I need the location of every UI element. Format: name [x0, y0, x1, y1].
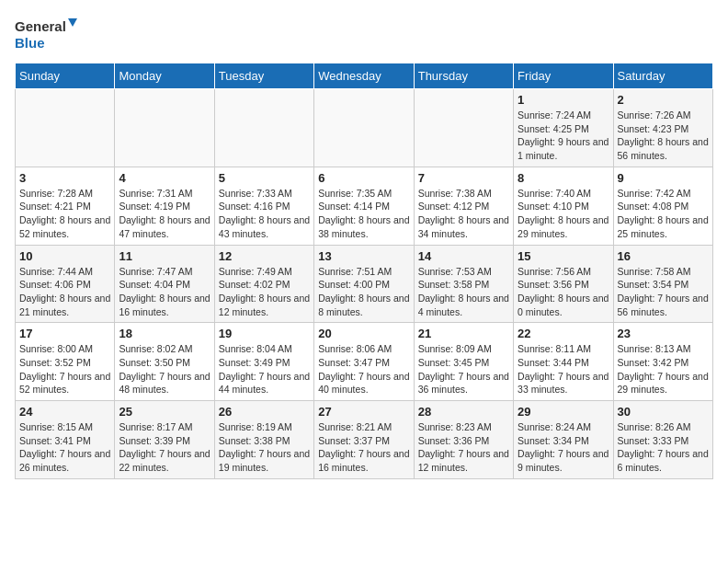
weekday-header-thursday: Thursday: [414, 63, 513, 89]
calendar-cell: 18Sunrise: 8:02 AM Sunset: 3:50 PM Dayli…: [115, 323, 214, 401]
day-info: Sunrise: 8:11 AM Sunset: 3:44 PM Dayligh…: [518, 342, 609, 396]
day-number: 30: [618, 405, 709, 419]
calendar-cell: 25Sunrise: 8:17 AM Sunset: 3:39 PM Dayli…: [115, 401, 214, 479]
day-number: 28: [418, 405, 509, 419]
week-row-3: 10Sunrise: 7:44 AM Sunset: 4:06 PM Dayli…: [16, 245, 713, 323]
day-info: Sunrise: 8:13 AM Sunset: 3:42 PM Dayligh…: [618, 342, 709, 396]
calendar-cell: 23Sunrise: 8:13 AM Sunset: 3:42 PM Dayli…: [613, 323, 712, 401]
day-info: Sunrise: 8:21 AM Sunset: 3:37 PM Dayligh…: [318, 420, 409, 475]
day-number: 20: [318, 327, 409, 340]
calendar-cell: 3Sunrise: 7:28 AM Sunset: 4:21 PM Daylig…: [16, 167, 115, 245]
calendar-cell: 19Sunrise: 8:04 AM Sunset: 3:49 PM Dayli…: [214, 323, 313, 401]
day-info: Sunrise: 7:58 AM Sunset: 3:54 PM Dayligh…: [618, 265, 709, 319]
day-number: 9: [618, 171, 709, 185]
day-number: 22: [518, 327, 609, 340]
calendar-cell: 8Sunrise: 7:40 AM Sunset: 4:10 PM Daylig…: [514, 167, 613, 245]
calendar-cell: 12Sunrise: 7:49 AM Sunset: 4:02 PM Dayli…: [214, 245, 313, 323]
calendar-cell: [314, 89, 414, 167]
day-info: Sunrise: 8:15 AM Sunset: 3:41 PM Dayligh…: [19, 420, 110, 475]
day-info: Sunrise: 8:24 AM Sunset: 3:34 PM Dayligh…: [518, 420, 609, 475]
day-number: 12: [219, 249, 310, 263]
weekday-header-row: SundayMondayTuesdayWednesdayThursdayFrid…: [16, 63, 713, 89]
calendar-cell: 2Sunrise: 7:26 AM Sunset: 4:23 PM Daylig…: [613, 89, 712, 167]
calendar-cell: 11Sunrise: 7:47 AM Sunset: 4:04 PM Dayli…: [115, 245, 214, 323]
day-info: Sunrise: 7:49 AM Sunset: 4:02 PM Dayligh…: [219, 265, 310, 319]
day-info: Sunrise: 7:28 AM Sunset: 4:21 PM Dayligh…: [19, 187, 110, 241]
day-number: 29: [518, 405, 609, 419]
day-number: 2: [618, 93, 709, 107]
day-number: 15: [518, 249, 609, 263]
day-info: Sunrise: 8:26 AM Sunset: 3:33 PM Dayligh…: [618, 420, 709, 475]
logo-svg: General Blue: [15, 15, 79, 55]
calendar-cell: 7Sunrise: 7:38 AM Sunset: 4:12 PM Daylig…: [414, 167, 513, 245]
day-info: Sunrise: 7:44 AM Sunset: 4:06 PM Dayligh…: [19, 265, 110, 319]
calendar-cell: 14Sunrise: 7:53 AM Sunset: 3:58 PM Dayli…: [414, 245, 513, 323]
calendar-cell: 26Sunrise: 8:19 AM Sunset: 3:38 PM Dayli…: [214, 401, 313, 479]
day-info: Sunrise: 7:40 AM Sunset: 4:10 PM Dayligh…: [518, 187, 609, 241]
calendar-cell: [16, 89, 115, 167]
day-number: 7: [418, 171, 509, 185]
day-number: 17: [19, 327, 110, 340]
calendar-cell: 13Sunrise: 7:51 AM Sunset: 4:00 PM Dayli…: [314, 245, 414, 323]
calendar-table: SundayMondayTuesdayWednesdayThursdayFrid…: [15, 63, 713, 479]
week-row-1: 1Sunrise: 7:24 AM Sunset: 4:25 PM Daylig…: [16, 89, 713, 167]
calendar-cell: [115, 89, 214, 167]
day-info: Sunrise: 7:38 AM Sunset: 4:12 PM Dayligh…: [418, 187, 509, 241]
day-info: Sunrise: 8:17 AM Sunset: 3:39 PM Dayligh…: [119, 420, 210, 475]
calendar-cell: 30Sunrise: 8:26 AM Sunset: 3:33 PM Dayli…: [613, 401, 712, 479]
calendar-cell: 10Sunrise: 7:44 AM Sunset: 4:06 PM Dayli…: [16, 245, 115, 323]
day-number: 26: [219, 405, 310, 419]
day-info: Sunrise: 8:19 AM Sunset: 3:38 PM Dayligh…: [219, 420, 310, 475]
calendar-cell: 21Sunrise: 8:09 AM Sunset: 3:45 PM Dayli…: [414, 323, 513, 401]
page-header: General Blue: [15, 15, 713, 55]
day-number: 16: [618, 249, 709, 263]
week-row-4: 17Sunrise: 8:00 AM Sunset: 3:52 PM Dayli…: [16, 323, 713, 401]
day-number: 19: [219, 327, 310, 340]
day-info: Sunrise: 7:47 AM Sunset: 4:04 PM Dayligh…: [119, 265, 210, 319]
day-info: Sunrise: 8:02 AM Sunset: 3:50 PM Dayligh…: [119, 342, 210, 396]
day-number: 18: [119, 327, 210, 340]
day-number: 1: [518, 93, 609, 107]
day-info: Sunrise: 8:00 AM Sunset: 3:52 PM Dayligh…: [19, 342, 110, 396]
day-number: 8: [518, 171, 609, 185]
weekday-header-tuesday: Tuesday: [214, 63, 313, 89]
calendar-cell: 17Sunrise: 8:00 AM Sunset: 3:52 PM Dayli…: [16, 323, 115, 401]
day-number: 27: [318, 405, 409, 419]
week-row-2: 3Sunrise: 7:28 AM Sunset: 4:21 PM Daylig…: [16, 167, 713, 245]
day-number: 24: [19, 405, 110, 419]
calendar-cell: 27Sunrise: 8:21 AM Sunset: 3:37 PM Dayli…: [314, 401, 414, 479]
day-number: 21: [418, 327, 509, 340]
day-info: Sunrise: 7:24 AM Sunset: 4:25 PM Dayligh…: [518, 109, 609, 163]
day-number: 14: [418, 249, 509, 263]
day-info: Sunrise: 7:51 AM Sunset: 4:00 PM Dayligh…: [318, 265, 409, 319]
calendar-cell: 6Sunrise: 7:35 AM Sunset: 4:14 PM Daylig…: [314, 167, 414, 245]
svg-text:Blue: Blue: [15, 35, 45, 51]
calendar-cell: 9Sunrise: 7:42 AM Sunset: 4:08 PM Daylig…: [613, 167, 712, 245]
day-info: Sunrise: 8:04 AM Sunset: 3:49 PM Dayligh…: [219, 342, 310, 396]
week-row-5: 24Sunrise: 8:15 AM Sunset: 3:41 PM Dayli…: [16, 401, 713, 479]
calendar-cell: 4Sunrise: 7:31 AM Sunset: 4:19 PM Daylig…: [115, 167, 214, 245]
day-number: 10: [19, 249, 110, 263]
svg-marker-2: [68, 18, 77, 27]
day-info: Sunrise: 7:56 AM Sunset: 3:56 PM Dayligh…: [518, 265, 609, 319]
calendar-cell: 24Sunrise: 8:15 AM Sunset: 3:41 PM Dayli…: [16, 401, 115, 479]
day-info: Sunrise: 7:31 AM Sunset: 4:19 PM Dayligh…: [119, 187, 210, 241]
day-info: Sunrise: 7:26 AM Sunset: 4:23 PM Dayligh…: [618, 109, 709, 163]
day-info: Sunrise: 8:23 AM Sunset: 3:36 PM Dayligh…: [418, 420, 509, 475]
calendar-cell: 5Sunrise: 7:33 AM Sunset: 4:16 PM Daylig…: [214, 167, 313, 245]
day-info: Sunrise: 7:33 AM Sunset: 4:16 PM Dayligh…: [219, 187, 310, 241]
calendar-cell: [414, 89, 513, 167]
weekday-header-wednesday: Wednesday: [314, 63, 414, 89]
calendar-cell: 29Sunrise: 8:24 AM Sunset: 3:34 PM Dayli…: [514, 401, 613, 479]
weekday-header-sunday: Sunday: [16, 63, 115, 89]
day-number: 25: [119, 405, 210, 419]
svg-text:General: General: [15, 18, 66, 34]
day-info: Sunrise: 8:06 AM Sunset: 3:47 PM Dayligh…: [318, 342, 409, 396]
calendar-cell: 1Sunrise: 7:24 AM Sunset: 4:25 PM Daylig…: [514, 89, 613, 167]
calendar-cell: 16Sunrise: 7:58 AM Sunset: 3:54 PM Dayli…: [613, 245, 712, 323]
day-number: 6: [318, 171, 409, 185]
day-info: Sunrise: 7:42 AM Sunset: 4:08 PM Dayligh…: [618, 187, 709, 241]
weekday-header-saturday: Saturday: [613, 63, 712, 89]
day-number: 5: [219, 171, 310, 185]
weekday-header-friday: Friday: [514, 63, 613, 89]
